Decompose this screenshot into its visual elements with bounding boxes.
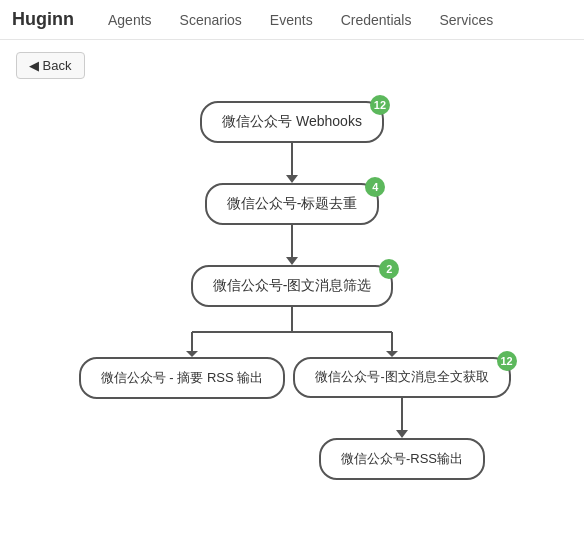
node3[interactable]: 微信公众号-图文消息筛选 2	[191, 265, 394, 307]
node4-wrapper: 微信公众号 - 摘要 RSS 输出	[79, 357, 286, 399]
split-connector	[132, 307, 452, 357]
arrow2	[286, 225, 298, 265]
node4[interactable]: 微信公众号 - 摘要 RSS 输出	[79, 357, 286, 399]
right-branch: 微信公众号-图文消息全文获取 12 微信公众号-RSS输出	[302, 357, 502, 480]
node1-badge: 12	[370, 95, 390, 115]
nav-events[interactable]: Events	[256, 2, 327, 38]
nav-links: Agents Scenarios Events Credentials Serv…	[94, 2, 507, 38]
arrow4-line	[401, 398, 403, 430]
back-section: ◀ Back	[0, 40, 584, 91]
node2-wrapper: 微信公众号-标题去重 4	[205, 183, 380, 225]
arrow4-head	[396, 430, 408, 438]
node6[interactable]: 微信公众号-RSS输出	[319, 438, 485, 480]
nav-credentials[interactable]: Credentials	[327, 2, 426, 38]
arrow1-line	[291, 143, 293, 175]
node1-wrapper: 微信公众号 Webhooks 12	[200, 101, 384, 143]
node1[interactable]: 微信公众号 Webhooks 12	[200, 101, 384, 143]
nav-scenarios[interactable]: Scenarios	[166, 2, 256, 38]
back-button[interactable]: ◀ Back	[16, 52, 85, 79]
arrow2-head	[286, 257, 298, 265]
nav-services[interactable]: Services	[425, 2, 507, 38]
arrow1-head	[286, 175, 298, 183]
nav-agents[interactable]: Agents	[94, 2, 166, 38]
node5[interactable]: 微信公众号-图文消息全文获取 12	[293, 357, 510, 398]
node3-badge: 2	[379, 259, 399, 279]
arrow4	[396, 398, 408, 438]
branch-row: 微信公众号 - 摘要 RSS 输出 微信公众号-图文消息全文获取 12	[20, 357, 564, 480]
top-nav: Huginn Agents Scenarios Events Credentia…	[0, 0, 584, 40]
brand-logo[interactable]: Huginn	[12, 9, 74, 30]
node3-wrapper: 微信公众号-图文消息筛选 2	[191, 265, 394, 307]
node2-badge: 4	[365, 177, 385, 197]
arrow1	[286, 143, 298, 183]
split-svg	[132, 307, 452, 357]
node5-badge: 12	[497, 351, 517, 371]
node5-wrapper: 微信公众号-图文消息全文获取 12	[293, 357, 510, 398]
flow-diagram: 微信公众号 Webhooks 12 微信公众号-标题去重 4 微信公众号-图文消…	[0, 91, 584, 500]
node2[interactable]: 微信公众号-标题去重 4	[205, 183, 380, 225]
arrow2-line	[291, 225, 293, 257]
left-branch: 微信公众号 - 摘要 RSS 输出	[82, 357, 282, 399]
node6-wrapper: 微信公众号-RSS输出	[319, 438, 485, 480]
